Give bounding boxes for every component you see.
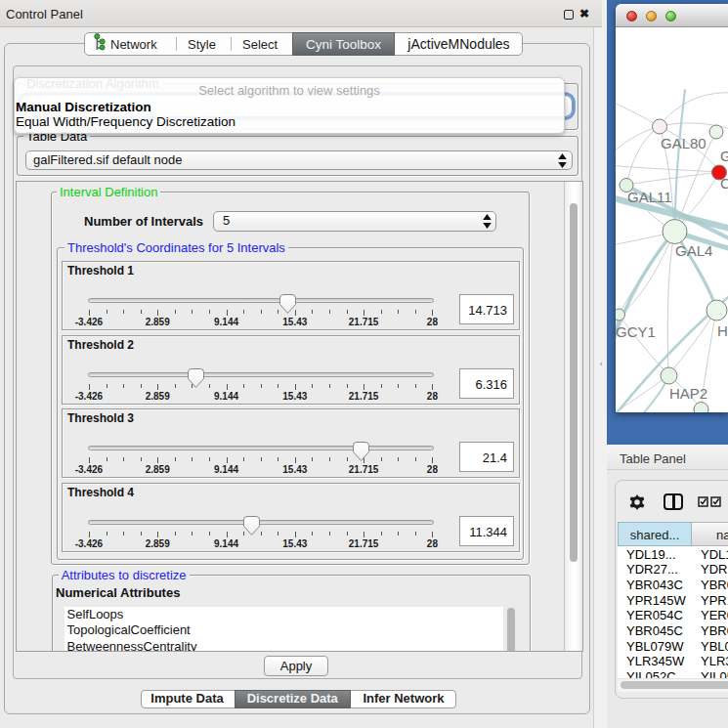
svg-text:GAL11: GAL11 xyxy=(627,189,672,205)
svg-text:GA: GA xyxy=(720,148,728,164)
svg-text:HAP2: HAP2 xyxy=(669,385,707,402)
svg-text:H: H xyxy=(717,322,728,339)
svg-text:C: C xyxy=(720,175,728,192)
svg-text:GCY1: GCY1 xyxy=(616,323,656,340)
svg-text:GAL80: GAL80 xyxy=(661,135,707,151)
svg-text:GAL4: GAL4 xyxy=(675,242,712,259)
